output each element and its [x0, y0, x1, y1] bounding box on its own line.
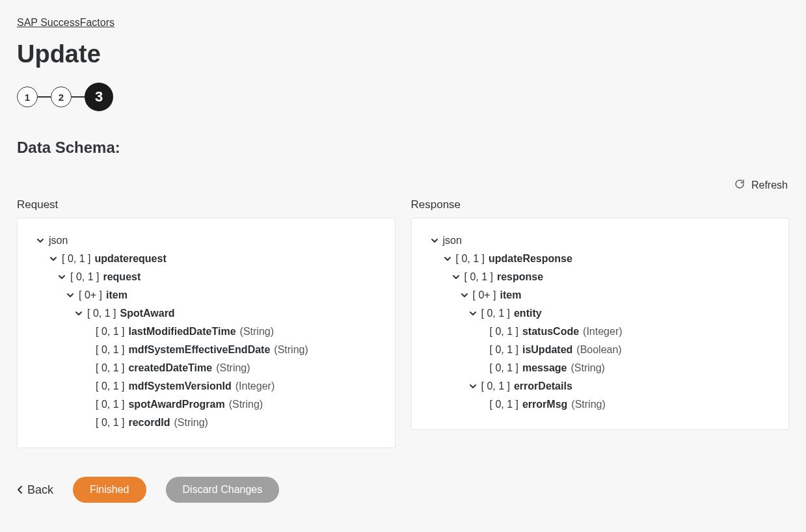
tree-node-type: (String) [229, 399, 263, 410]
tree-node-name: errorMsg [522, 399, 567, 410]
tree-node-cardinality: [ 0, 1 ] [464, 271, 493, 283]
tree-node-type: (String) [174, 417, 208, 429]
tree-node-cardinality: [ 0+ ] [473, 289, 496, 301]
tree-node-cardinality: [ 0, 1 ] [490, 344, 518, 356]
tree-node-cardinality: [ 0, 1 ] [70, 271, 99, 283]
tree-node[interactable]: [ 0, 1 ] updateResponse [430, 250, 771, 268]
chevron-down-icon[interactable] [430, 237, 439, 245]
tree-node-cardinality: [ 0, 1 ] [490, 362, 518, 374]
response-column: Responsejson[ 0, 1 ] updateResponse[ 0, … [411, 198, 790, 430]
tree-node-cardinality: [ 0, 1 ] [62, 253, 90, 265]
tree-node-name: item [106, 289, 128, 301]
refresh-label: Refresh [751, 180, 788, 191]
back-button[interactable]: Back [17, 483, 53, 497]
tree-node-name: SpotAward [120, 308, 174, 319]
step-connector [38, 96, 51, 98]
tree-node[interactable]: [ 0, 1 ] entity [430, 304, 771, 323]
step-3[interactable]: 3 [85, 83, 113, 111]
stepper: 123 [17, 83, 789, 111]
tree-node-name: item [500, 289, 522, 301]
back-label: Back [27, 483, 53, 497]
step-2[interactable]: 2 [51, 86, 72, 107]
tree-node-name: lastModifiedDateTime [128, 326, 235, 338]
tree-node-cardinality: [ 0, 1 ] [490, 399, 518, 410]
step-1[interactable]: 1 [17, 86, 38, 107]
tree-node-name: entity [514, 308, 542, 319]
page-title: Update [17, 40, 789, 68]
tree-node-cardinality: [ 0, 1 ] [87, 308, 116, 319]
tree-node[interactable]: [ 0, 1 ] SpotAward [36, 304, 377, 323]
chevron-down-icon[interactable] [74, 310, 83, 317]
schema-panel: json[ 0, 1 ] updaterequest[ 0, 1 ] reque… [17, 218, 396, 448]
chevron-down-icon[interactable] [460, 291, 469, 299]
section-title: Data Schema: [17, 139, 789, 157]
tree-node: [ 0, 1 ] mdfSystemVersionId (Integer) [36, 377, 377, 395]
refresh-button[interactable]: Refresh [733, 176, 789, 194]
chevron-down-icon[interactable] [468, 310, 477, 317]
tree-node-name: updaterequest [94, 253, 166, 265]
chevron-down-icon[interactable] [49, 255, 58, 263]
tree-node-cardinality: [ 0, 1 ] [96, 362, 124, 374]
tree-node-root[interactable]: json [430, 232, 771, 250]
tree-node-root[interactable]: json [36, 232, 377, 250]
tree-node-name: mdfSystemVersionId [128, 380, 231, 392]
tree-node-type: (Boolean) [576, 344, 621, 356]
column-header: Request [17, 198, 396, 211]
tree-node-label: json [443, 235, 462, 246]
tree-node-name: errorDetails [514, 380, 572, 392]
chevron-down-icon[interactable] [443, 255, 452, 263]
tree-node-name: message [522, 362, 567, 374]
finished-button[interactable]: Finished [73, 477, 146, 503]
tree-node-cardinality: [ 0+ ] [79, 289, 102, 301]
tree-node-cardinality: [ 0, 1 ] [96, 344, 124, 356]
tree-node: [ 0, 1 ] spotAwardProgram (String) [36, 395, 377, 414]
tree-node-name: response [497, 271, 543, 283]
tree-node[interactable]: [ 0, 1 ] response [430, 268, 771, 286]
request-column: Requestjson[ 0, 1 ] updaterequest[ 0, 1 … [17, 198, 396, 448]
tree-node: [ 0, 1 ] createdDateTime (String) [36, 359, 377, 377]
tree-node-cardinality: [ 0, 1 ] [481, 380, 510, 392]
tree-node-type: (String) [571, 399, 605, 410]
tree-node[interactable]: [ 0, 1 ] errorDetails [430, 377, 771, 395]
tree-node-type: (String) [216, 362, 250, 374]
tree-node-cardinality: [ 0, 1 ] [456, 253, 485, 265]
tree-node: [ 0, 1 ] errorMsg (String) [430, 395, 771, 414]
tree-node-label: json [49, 235, 68, 246]
tree-node-name: spotAwardProgram [128, 399, 224, 410]
tree-node-name: isUpdated [522, 344, 572, 356]
tree-node-name: request [103, 271, 141, 283]
tree-node-cardinality: [ 0, 1 ] [96, 417, 124, 429]
tree-node-type: (String) [274, 344, 308, 356]
column-header: Response [411, 198, 790, 211]
chevron-down-icon[interactable] [66, 291, 75, 299]
tree-node-cardinality: [ 0, 1 ] [96, 326, 124, 338]
tree-node: [ 0, 1 ] recordId (String) [36, 414, 377, 432]
tree-node[interactable]: [ 0, 1 ] request [36, 268, 377, 286]
tree-node: [ 0, 1 ] isUpdated (Boolean) [430, 341, 771, 359]
tree-node[interactable]: [ 0, 1 ] updaterequest [36, 250, 377, 268]
tree-node[interactable]: [ 0+ ] item [430, 286, 771, 304]
breadcrumb[interactable]: SAP SuccessFactors [17, 17, 114, 29]
chevron-down-icon[interactable] [451, 273, 461, 281]
chevron-left-icon [17, 485, 23, 494]
chevron-down-icon[interactable] [57, 273, 66, 281]
tree-node-type: (String) [571, 362, 604, 374]
tree-node-name: mdfSystemEffectiveEndDate [128, 344, 270, 356]
discard-changes-button[interactable]: Discard Changes [166, 477, 280, 503]
tree-node-cardinality: [ 0, 1 ] [490, 326, 518, 338]
chevron-down-icon[interactable] [468, 382, 477, 390]
tree-node-name: createdDateTime [128, 362, 212, 374]
chevron-down-icon[interactable] [36, 237, 45, 245]
tree-node[interactable]: [ 0+ ] item [36, 286, 377, 304]
tree-node-type: (String) [240, 326, 274, 338]
tree-node-name: statusCode [522, 326, 579, 338]
tree-node: [ 0, 1 ] statusCode (Integer) [430, 323, 771, 341]
tree-node: [ 0, 1 ] message (String) [430, 359, 771, 377]
tree-node-type: (Integer) [583, 326, 622, 338]
refresh-icon [734, 179, 745, 192]
step-connector [72, 96, 85, 98]
tree-node-cardinality: [ 0, 1 ] [96, 399, 124, 410]
tree-node-name: updateResponse [489, 253, 572, 265]
tree-node: [ 0, 1 ] lastModifiedDateTime (String) [36, 323, 377, 341]
tree-node-type: (Integer) [235, 380, 275, 392]
